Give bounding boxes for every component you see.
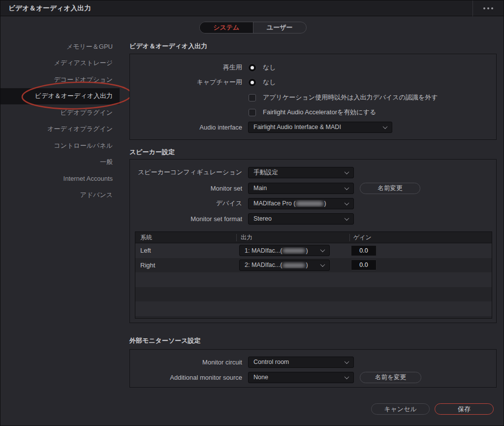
panel-speaker: スピーカーコンフィギュレーション 手動設定 Monitor set Main 名… (129, 159, 497, 323)
monitor-set-dropdown[interactable]: Main (248, 183, 354, 194)
rename-monitor-source-button[interactable]: 名前を変更 (360, 372, 421, 383)
col-header-channel: 系統 (135, 233, 236, 242)
table-row-empty (135, 316, 492, 319)
gain-input-left[interactable]: 0.0 (351, 245, 377, 256)
chevron-down-icon (345, 359, 349, 364)
output-dropdown-left[interactable]: 1: MADIfac...() (239, 245, 330, 256)
fairlight-accelerator-label: Fairlight Audio Acceleratorを有効にする (263, 108, 376, 117)
panel-external-monitor: Monitor circuit Control room Additional … (129, 349, 497, 388)
sidebar-item-video-audio-io[interactable]: ビデオ＆オーディオ入出力 (0, 88, 120, 105)
monitor-set-label: Monitor set (130, 185, 242, 192)
sidebar-item-decode-options[interactable]: デコードオプション (0, 71, 120, 88)
section-title-speaker: スピーカー設定 (129, 148, 175, 157)
capture-none-label: なし (263, 78, 276, 87)
sidebar-item-control-panels[interactable]: コントロールパネル (0, 137, 120, 154)
chevron-down-icon (345, 216, 349, 221)
settings-content: ビデオ＆オーディオ入出力 再生用 なし キャプチャー用 なし アプリケーション使… (129, 0, 497, 426)
device-dropdown[interactable]: MADIface Pro () (248, 198, 354, 209)
audio-interface-dropdown[interactable]: Fairlight Audio Interface & MADI (248, 122, 392, 133)
table-row-empty (135, 272, 492, 287)
settings-sidebar: メモリー＆GPU メディアストレージ デコードオプション ビデオ＆オーディオ入出… (0, 38, 120, 203)
section-title-external-monitor: 外部モニターソース設定 (129, 336, 201, 345)
sidebar-item-media-storage[interactable]: メディアストレージ (0, 55, 120, 72)
monitor-set-format-dropdown[interactable]: Stereo (248, 213, 354, 225)
speaker-output-table: 系統 出力 ゲイン Left 1: MADIfac...() 0.0 Right (135, 231, 492, 319)
audio-interface-label: Audio interface (130, 124, 242, 131)
table-row-empty (135, 301, 492, 316)
channel-name: Right (135, 262, 239, 269)
capture-label: キャプチャー用 (130, 78, 242, 87)
panel-io: 再生用 なし キャプチャー用 なし アプリケーション使用時以外は入出力デバイスの… (129, 54, 497, 140)
settings-dialog: ビデオ＆オーディオ入出力 システム ユーザー メモリー＆GPU メディアストレー… (0, 0, 504, 426)
playback-label: 再生用 (130, 63, 242, 72)
chevron-down-icon (345, 200, 349, 205)
chevron-down-icon (345, 185, 349, 190)
fairlight-accelerator-checkbox[interactable] (249, 109, 256, 116)
chevron-down-icon (345, 169, 349, 174)
monitor-set-format-label: Monitor set format (130, 215, 242, 223)
monitor-circuit-dropdown[interactable]: Control room (248, 357, 354, 368)
table-row-right[interactable]: Right 2: MADIfac...() 0.0 (135, 258, 492, 273)
chevron-down-icon (383, 124, 388, 129)
monitor-circuit-label: Monitor circuit (130, 359, 242, 366)
rename-monitor-set-button[interactable]: 名前変更 (360, 183, 420, 194)
output-dropdown-right[interactable]: 2: MADIfac...() (239, 260, 330, 271)
speaker-config-dropdown[interactable]: 手動設定 (248, 167, 354, 178)
dialog-title: ビデオ＆オーディオ入出力 (8, 4, 91, 13)
table-row-empty (135, 287, 492, 302)
additional-monitor-source-label: Additional monitor source (130, 374, 242, 381)
device-label: デバイス (130, 199, 242, 208)
redacted-text (283, 248, 305, 253)
col-header-output: 出力 (236, 234, 349, 241)
speaker-config-label: スピーカーコンフィギュレーション (130, 168, 242, 177)
chevron-down-icon (345, 374, 349, 379)
table-header-row: 系統 出力 ゲイン (135, 232, 492, 243)
section-title-io: ビデオ＆オーディオ入出力 (129, 42, 207, 51)
channel-name: Left (135, 247, 239, 254)
sidebar-item-internet-accounts[interactable]: Internet Accounts (0, 170, 120, 187)
redacted-text (283, 263, 305, 268)
redacted-text (296, 201, 323, 206)
sidebar-item-advanced[interactable]: アドバンス (0, 187, 120, 204)
gain-input-right[interactable]: 0.0 (351, 260, 377, 270)
chevron-down-icon (320, 247, 325, 252)
table-row-left[interactable]: Left 1: MADIfac...() 0.0 (135, 243, 492, 258)
col-header-gain: ゲイン (349, 234, 492, 241)
additional-monitor-source-dropdown[interactable]: None (248, 372, 354, 383)
release-io-devices-checkbox[interactable] (249, 94, 256, 101)
sidebar-item-video-plugins[interactable]: ビデオプラグイン (0, 104, 120, 121)
playback-none-label: なし (263, 63, 276, 72)
playback-none-radio[interactable] (248, 64, 256, 72)
chevron-down-icon (320, 262, 325, 267)
save-button[interactable]: 保存 (435, 403, 494, 415)
sidebar-item-memory-gpu[interactable]: メモリー＆GPU (0, 38, 120, 55)
capture-none-radio[interactable] (248, 78, 256, 87)
cancel-button[interactable]: キャンセル (371, 403, 430, 415)
sidebar-item-audio-plugins[interactable]: オーディオプラグイン (0, 121, 120, 138)
sidebar-item-general[interactable]: 一般 (0, 154, 120, 171)
release-io-devices-label: アプリケーション使用時以外は入出力デバイスの認識を外す (263, 93, 438, 102)
